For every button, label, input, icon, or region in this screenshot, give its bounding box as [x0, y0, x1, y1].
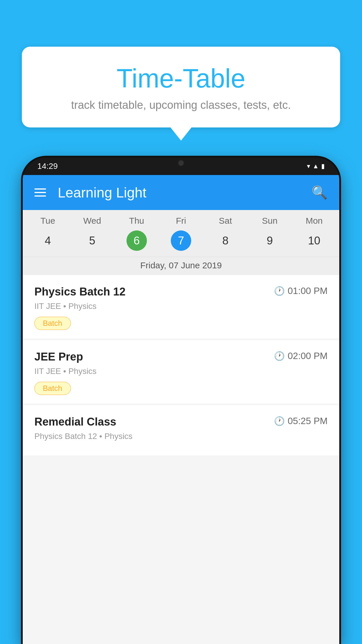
day-name: Sun	[262, 216, 277, 226]
status-icons: ▾ ▲ ▮	[307, 162, 325, 170]
day-col-4[interactable]: Tue4	[38, 216, 58, 257]
item-time: 🕐05:25 PM	[274, 416, 328, 426]
day-number: 5	[82, 230, 102, 251]
day-name: Tue	[41, 216, 55, 226]
item-header: Physics Batch 12🕐01:00 PM	[34, 286, 328, 298]
day-name: Wed	[83, 216, 101, 226]
day-number: 6	[126, 230, 147, 251]
day-number: 8	[215, 230, 236, 251]
day-name: Fri	[176, 216, 186, 226]
day-number: 10	[304, 230, 324, 251]
item-title: Remedial Class	[34, 416, 116, 428]
day-col-5[interactable]: Wed5	[82, 216, 102, 257]
bubble-title: Time-Table	[36, 64, 326, 93]
item-time: 🕐02:00 PM	[274, 351, 328, 361]
day-number: 7	[171, 230, 191, 251]
bubble-subtitle: track timetable, upcoming classes, tests…	[36, 99, 326, 111]
search-button[interactable]: 🔍	[312, 185, 328, 200]
schedule-item[interactable]: Physics Batch 12🕐01:00 PMIIT JEE • Physi…	[23, 275, 339, 339]
item-time: 🕐01:00 PM	[274, 286, 328, 296]
day-number: 4	[38, 230, 58, 251]
calendar-strip: Tue4Wed5Thu6Fri7Sat8Sun9Mon10 Friday, 07…	[23, 210, 339, 275]
time-value: 02:00 PM	[288, 351, 328, 361]
schedule-item[interactable]: JEE Prep🕐02:00 PMIIT JEE • PhysicsBatch	[23, 340, 339, 404]
batch-tag: Batch	[34, 317, 71, 330]
item-meta: IIT JEE • Physics	[34, 302, 328, 311]
day-name: Mon	[306, 216, 323, 226]
item-header: JEE Prep🕐02:00 PM	[34, 351, 328, 363]
selected-date-label: Friday, 07 June 2019	[23, 257, 339, 275]
wifi-icon: ▾	[307, 162, 310, 170]
day-name: Thu	[129, 216, 144, 226]
days-row: Tue4Wed5Thu6Fri7Sat8Sun9Mon10	[23, 216, 339, 257]
status-time: 14:29	[37, 162, 58, 171]
item-header: Remedial Class🕐05:25 PM	[34, 416, 328, 428]
time-value: 01:00 PM	[288, 286, 328, 296]
signal-icon: ▲	[312, 162, 319, 170]
status-bar: 14:29 ▾ ▲ ▮	[23, 158, 339, 175]
day-col-10[interactable]: Mon10	[304, 216, 324, 257]
day-col-7[interactable]: Fri7	[171, 216, 191, 257]
clock-icon: 🕐	[274, 416, 285, 426]
schedule-item[interactable]: Remedial Class🕐05:25 PMPhysics Batch 12 …	[23, 405, 339, 456]
clock-icon: 🕐	[274, 351, 285, 361]
app-title: Learning Light	[58, 185, 300, 201]
clock-icon: 🕐	[274, 286, 285, 296]
item-title: Physics Batch 12	[34, 286, 126, 298]
day-col-9[interactable]: Sun9	[260, 216, 280, 257]
day-col-8[interactable]: Sat8	[215, 216, 236, 257]
batch-tag: Batch	[34, 382, 71, 395]
app-bar: Learning Light 🔍	[23, 175, 339, 210]
item-meta: IIT JEE • Physics	[34, 367, 328, 376]
phone-frame: 14:29 ▾ ▲ ▮ Learning Light 🔍 Tue4Wed5Thu…	[23, 158, 339, 644]
day-col-6[interactable]: Thu6	[126, 216, 147, 257]
day-number: 9	[260, 230, 280, 251]
item-meta: Physics Batch 12 • Physics	[34, 432, 328, 441]
day-name: Sat	[219, 216, 232, 226]
menu-button[interactable]	[34, 188, 46, 197]
item-title: JEE Prep	[34, 351, 83, 363]
schedule-list: Physics Batch 12🕐01:00 PMIIT JEE • Physi…	[23, 275, 339, 457]
phone-notch	[164, 158, 198, 169]
phone-screen: Learning Light 🔍 Tue4Wed5Thu6Fri7Sat8Sun…	[23, 175, 339, 644]
speech-bubble: Time-Table track timetable, upcoming cla…	[22, 47, 340, 127]
time-value: 05:25 PM	[288, 416, 328, 426]
front-camera	[178, 160, 184, 166]
battery-icon: ▮	[321, 162, 325, 170]
